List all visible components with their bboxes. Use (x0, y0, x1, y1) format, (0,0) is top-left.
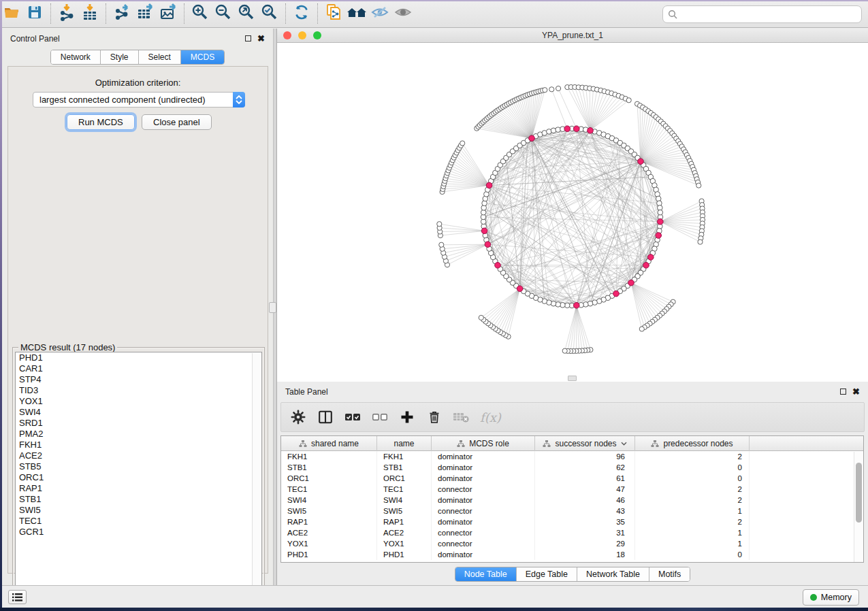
refresh-view-button[interactable] (290, 2, 313, 25)
mcds-result-item[interactable]: TEC1 (16, 516, 261, 527)
optimization-criterion-label: Optimization criterion: (8, 78, 268, 88)
table-scrollbar[interactable] (854, 452, 863, 562)
tab-network-table[interactable]: Network Table (577, 567, 649, 581)
zoom-fit-icon (237, 3, 256, 24)
export-image-button[interactable] (157, 2, 180, 25)
refresh-icon (292, 3, 311, 24)
table-row[interactable]: RAP1RAP1dominator352 (281, 516, 863, 527)
table-row[interactable]: ACE2ACE2connector311 (281, 527, 863, 538)
mcds-result-item[interactable]: SWI5 (16, 505, 261, 516)
deselect-all-checkboxes-button[interactable] (371, 408, 389, 426)
table-cell: SWI5 (281, 506, 377, 516)
table-cell: PHD1 (281, 549, 377, 560)
settings-gear-button[interactable] (289, 408, 307, 426)
duplicate-network-button[interactable] (322, 2, 345, 25)
mcds-result-item[interactable]: PHD1 (16, 352, 261, 363)
mcds-result-item[interactable]: YOX1 (16, 396, 261, 407)
mcds-result-item[interactable]: FKH1 (16, 440, 261, 450)
table-row[interactable]: TEC1TEC1connector472 (281, 484, 863, 495)
tab-motifs[interactable]: Motifs (649, 567, 690, 581)
run-mcds-button[interactable]: Run MCDS (67, 114, 135, 130)
memory-button[interactable]: Memory (803, 589, 859, 606)
mcds-result-item[interactable]: ACE2 (16, 450, 261, 461)
table-cell: 2 (635, 516, 750, 527)
mcds-result-item[interactable]: TID3 (16, 385, 261, 396)
network-canvas[interactable] (277, 43, 868, 382)
table-cell: STB1 (377, 462, 432, 473)
float-table-panel-icon[interactable] (840, 389, 846, 395)
zoom-selected-button[interactable] (258, 2, 281, 25)
column-header-name[interactable]: name (377, 436, 432, 451)
mcds-result-item[interactable]: GCR1 (16, 527, 261, 538)
show-all-button[interactable] (391, 2, 415, 25)
column-header-successor-nodes[interactable]: successor nodes (535, 436, 635, 451)
select-all-checkboxes-button[interactable] (344, 408, 361, 426)
node-table: shared namenameMCDS rolesuccessor nodesp… (280, 435, 864, 563)
zoom-out-button[interactable] (212, 2, 235, 25)
float-panel-icon[interactable] (245, 35, 251, 42)
add-column-button[interactable] (398, 408, 416, 426)
mcds-result-item[interactable]: STB1 (16, 494, 261, 505)
table-cell: ACE2 (281, 527, 377, 538)
delete-columns-button[interactable] (425, 408, 443, 426)
tab-edge-table[interactable]: Edge Table (517, 567, 577, 581)
toggle-column-view-button[interactable] (317, 408, 334, 426)
unchecked-boxes-icon (372, 410, 388, 425)
function-builder-button[interactable]: f(x) (480, 408, 501, 426)
mcds-result-item[interactable]: SWI4 (16, 407, 261, 418)
column-view-icon (318, 410, 333, 425)
table-row[interactable]: ORC1ORC1dominator610 (281, 473, 863, 484)
table-scrollbar-thumb[interactable] (856, 463, 862, 523)
export-network-button[interactable] (110, 2, 133, 25)
mcds-result-item[interactable]: RAP1 (16, 483, 261, 494)
close-table-panel-icon[interactable]: ✖ (852, 389, 860, 395)
table-row[interactable]: PHD1PHD1dominator180 (281, 549, 863, 560)
zoom-in-button[interactable] (189, 2, 212, 25)
table-cell: ORC1 (281, 473, 377, 484)
table-row[interactable]: YOX1YOX1connector291 (281, 538, 863, 549)
mcds-result-item[interactable]: SRD1 (16, 418, 261, 429)
close-panel-icon[interactable]: ✖ (257, 35, 265, 42)
zoom-fit-button[interactable] (235, 2, 258, 25)
column-header-MCDS-role[interactable]: MCDS role (432, 436, 535, 451)
task-history-button[interactable] (8, 590, 27, 604)
horizontal-splitter-grip[interactable] (568, 376, 577, 381)
close-panel-button[interactable]: Close panel (142, 114, 212, 130)
table-cell: RAP1 (377, 516, 432, 527)
mcds-result-item[interactable]: STP4 (16, 374, 261, 385)
zoom-selected-icon (260, 3, 279, 24)
tab-network[interactable]: Network (51, 50, 101, 64)
first-neighbors-button[interactable] (345, 2, 368, 25)
open-folder-icon (3, 3, 20, 24)
toolbar-separator (50, 3, 51, 24)
search-input[interactable] (662, 5, 862, 23)
vertical-splitter-grip[interactable] (269, 302, 276, 313)
mcds-result-item[interactable]: CAR1 (16, 363, 261, 374)
tab-select[interactable]: Select (139, 50, 181, 64)
table-cell: dominator (432, 462, 535, 473)
tab-node-table[interactable]: Node Table (455, 567, 517, 581)
table-row[interactable]: SWI4SWI4dominator462 (281, 495, 863, 506)
hide-selected-button[interactable] (368, 2, 391, 25)
mcds-result-item[interactable]: PMA2 (16, 429, 261, 440)
table-row[interactable]: SWI5SWI5connector431 (281, 506, 863, 516)
import-table-button[interactable] (78, 2, 101, 25)
mcds-result-item[interactable]: ORC1 (16, 472, 261, 483)
mcds-list-scrollbar[interactable] (252, 353, 261, 596)
delete-table-button[interactable] (453, 408, 470, 426)
tab-style[interactable]: Style (101, 50, 139, 64)
table-row[interactable]: STB1STB1dominator620 (281, 462, 863, 473)
import-network-button[interactable] (55, 2, 78, 25)
save-session-button[interactable] (23, 2, 46, 25)
tab-mcds[interactable]: MCDS (181, 50, 224, 64)
column-header-predecessor-nodes[interactable]: predecessor nodes (635, 436, 750, 451)
export-table-button[interactable] (133, 2, 157, 25)
network-window-titlebar[interactable]: YPA_prune.txt_1 (277, 29, 868, 43)
table-panel-header: Table Panel ✖ (277, 382, 868, 401)
column-header-shared-name[interactable]: shared name (281, 436, 377, 451)
criterion-select[interactable]: largest connected component (undirected) (33, 92, 245, 108)
open-file-button[interactable] (0, 2, 23, 25)
table-cell: PHD1 (377, 549, 432, 560)
mcds-result-item[interactable]: STB5 (16, 461, 261, 472)
table-row[interactable]: FKH1FKH1dominator962 (281, 451, 863, 462)
